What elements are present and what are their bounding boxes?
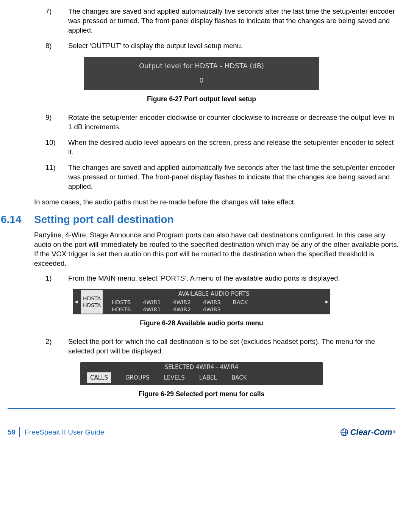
step-text: The changes are saved and applied automa… [68, 163, 400, 191]
lcd-display-selected-port: SELECTED 4WIR4 - 4WIR4 CALLS GROUPS LEVE… [80, 362, 323, 386]
brand-name: Clear-Com [350, 427, 392, 438]
step-9: 9) Rotate the setup/enter encoder clockw… [0, 113, 403, 132]
ports-grid: AVAILABLE AUDIO PORTS HDSTBHDSTB 4WIR14W… [104, 289, 323, 314]
figure-6-29: SELECTED 4WIR4 - 4WIR4 CALLS GROUPS LEVE… [0, 362, 403, 399]
lcd-title: SELECTED 4WIR4 - 4WIR4 [80, 363, 323, 371]
step-8: 8) Select ‘OUTPUT’ to display the output… [0, 41, 403, 51]
step-number: 7) [45, 7, 68, 35]
port-label: 4WIR1 [143, 306, 161, 313]
port-label: 4WIR2 [173, 299, 191, 306]
back-option: BACK [233, 299, 248, 306]
section-heading-6-14: 6.14 Setting port call destination [0, 212, 403, 227]
figure-caption: Figure 6-29 Selected port menu for calls [0, 390, 403, 399]
menu-item: BACK [231, 374, 247, 381]
registered-mark: ® [393, 430, 395, 435]
port-label: HDSTA [83, 302, 101, 309]
substep-2: 2) Select the port for which the call de… [0, 337, 403, 356]
step-text: From the MAIN menu, select ‘PORTS’. A me… [68, 274, 400, 283]
lcd-line-2: 0 [84, 76, 319, 85]
figure-6-28: ◀ HDSTA HDSTA AVAILABLE AUDIO PORTS HDST… [0, 289, 403, 328]
step-10: 10) When the desired audio level appears… [0, 138, 403, 157]
port-label: HDSTA [83, 295, 101, 302]
step-7: 7) The changes are saved and applied aut… [0, 7, 403, 35]
section-number: 6.14 [1, 212, 34, 227]
figure-caption: Figure 6-28 Available audio ports menu [0, 319, 403, 328]
step-text: Rotate the setup/enter encoder clockwise… [68, 113, 400, 132]
step-number: 8) [45, 41, 68, 51]
menu-item: GROUPS [125, 374, 149, 381]
footer-rule [8, 408, 395, 409]
globe-icon [340, 428, 348, 436]
left-arrow-icon: ◀ [73, 289, 80, 314]
page-footer: 59 FreeSpeak II User Guide Clear-Com® [0, 424, 403, 443]
step-text: When the desired audio level appears on … [68, 138, 400, 157]
section-intro: Partyline, 4-Wire, Stage Announce and Pr… [0, 231, 403, 268]
page-number: 59 [8, 427, 20, 437]
section-title: Setting port call destination [34, 212, 174, 227]
port-label: 4WIR2 [173, 306, 191, 313]
lcd-display-audio-ports: ◀ HDSTA HDSTA AVAILABLE AUDIO PORTS HDST… [73, 289, 330, 314]
highlighted-port: HDSTA HDSTA [81, 290, 103, 314]
step-text: Select ‘OUTPUT’ to display the output le… [68, 41, 400, 51]
menu-item-highlighted: CALLS [87, 372, 111, 383]
brand-logo: Clear-Com® [340, 427, 395, 438]
step-number: 9) [45, 113, 68, 132]
step-number: 11) [45, 163, 68, 191]
menu-item: LABEL [199, 374, 217, 381]
right-arrow-icon: ▶ [323, 289, 330, 314]
lcd-line-1: Output level for HDSTA - HDSTA (dB) [84, 61, 319, 71]
step-text: The changes are saved and applied automa… [68, 7, 400, 35]
step-number: 2) [45, 337, 68, 356]
lcd-title: AVAILABLE AUDIO PORTS [104, 289, 323, 298]
figure-6-27: Output level for HDSTA - HDSTA (dB) 0 Fi… [0, 57, 403, 104]
paragraph-note: In some cases, the audio paths must be r… [0, 198, 403, 207]
step-text: Select the port for which the call desti… [68, 337, 400, 356]
substep-1: 1) From the MAIN menu, select ‘PORTS’. A… [0, 274, 403, 283]
port-label: 4WIR1 [143, 299, 161, 306]
step-number: 1) [45, 274, 68, 283]
step-number: 10) [45, 138, 68, 157]
lcd-display-output-level: Output level for HDSTA - HDSTA (dB) 0 [84, 57, 319, 91]
figure-caption: Figure 6-27 Port output level setup [0, 95, 403, 104]
menu-item: LEVELS [164, 374, 184, 381]
port-label: 4WIR3 [203, 299, 221, 306]
step-11: 11) The changes are saved and applied au… [0, 163, 403, 191]
port-label: HDSTB [112, 299, 131, 306]
port-label: HDSTB [112, 306, 131, 313]
port-label: 4WIR3 [203, 306, 221, 313]
guide-title: FreeSpeak II User Guide [25, 427, 104, 437]
